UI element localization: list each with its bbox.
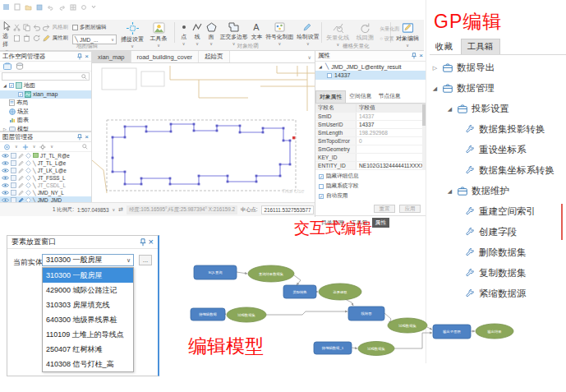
expanded-arrow-icon[interactable]: ◢ [446, 106, 453, 113]
new-doc-icon[interactable] [14, 3, 21, 11]
tool-item-重建空间索引[interactable]: 重建空间索引 [426, 201, 566, 222]
expanded-arrow-icon[interactable]: ◢ [446, 188, 453, 195]
attribute-row-SmID[interactable]: SmID14337 [315, 113, 426, 121]
map-canvas[interactable]: Trial Use [92, 63, 315, 202]
model-node-线转面[interactable]: 线转面 [348, 307, 384, 321]
search-icon[interactable] [82, 144, 88, 150]
workspace-tree-item-场景[interactable]: 场景 [0, 108, 91, 117]
attr-brush-label[interactable]: 属性刷 [53, 35, 69, 42]
entity-option[interactable]: 110109 土堆上的导线点 [43, 327, 133, 342]
field-value[interactable]: 14337 [357, 121, 426, 128]
field-value[interactable] [357, 154, 426, 161]
visibility-filter-icon[interactable] [3, 144, 11, 150]
window-grid-icon[interactable] [70, 4, 76, 11]
model-node-过程数据集[interactable]: 过程数据集 [358, 342, 394, 356]
redo-icon[interactable] [43, 24, 50, 31]
attribute-row-SmTopoError[interactable]: SmTopoError0 [315, 137, 426, 145]
option-隐藏详细信息[interactable]: ✓隐藏详细信息 [319, 173, 422, 180]
tool-item-数据集投影转换[interactable]: 数据集投影转换 [426, 119, 566, 140]
checkbox-icon[interactable]: ✓ [18, 92, 23, 97]
model-node-输出子图层[interactable]: 输出子图层 [433, 325, 471, 339]
scale-value[interactable]: 1:507.049853 [77, 207, 109, 213]
model-node-查询结果数据集[interactable]: 查询结果数据集 [248, 265, 294, 282]
tab-overflow-icon[interactable]: ∨ [308, 54, 315, 60]
layer-settings-icon[interactable] [39, 144, 46, 150]
应用-button[interactable]: 应用 [399, 205, 421, 213]
redo-icon[interactable] [58, 4, 66, 11]
dropdown-icon[interactable] [91, 5, 96, 9]
copy-icon[interactable] [23, 24, 30, 31]
model-node-待编辑数据[interactable]: 待编辑数据 [191, 308, 225, 321]
entity-option[interactable]: 410308 信号灯柱_高 [43, 357, 133, 371]
attribute-row-ENTITY_ID[interactable]: ENTITY_IDNE102G1324444411XXXXXXXX [315, 162, 426, 170]
tab-toolbox[interactable]: 工具箱 [461, 39, 500, 54]
toolbox-node-投影设置[interactable]: ◢投影设置 [426, 99, 566, 119]
model-node-输出结果[interactable]: 输出结果 [476, 324, 513, 339]
swap-coords-icon[interactable]: ⇄ [118, 206, 123, 213]
attribute-row-SmGeometry[interactable]: SmGeometry [315, 145, 426, 154]
workspace-tree-item-xian_map[interactable]: ✓xian_map [0, 90, 91, 99]
model-node-SQL查询[interactable]: SQL查询 [194, 265, 237, 279]
entity-option[interactable]: 250407 红树林滩 [43, 342, 133, 357]
attribute-row-SmUserID[interactable]: SmUserID14337 [315, 121, 426, 129]
map-tab-起始页[interactable]: 起始页 [199, 51, 230, 62]
toolbox-node-数据管理[interactable]: ◢数据管理 [426, 78, 566, 99]
toolbox-node-数据导出[interactable]: ▷数据导出 [426, 58, 566, 78]
workspace-search-input[interactable] [2, 72, 90, 81]
checkbox-icon[interactable] [327, 73, 332, 78]
model-node-过程数据集[interactable]: 过程数据集 [227, 307, 266, 322]
object-edit-button[interactable]: 对象编辑 ∨ [396, 22, 419, 48]
attribute-row-KEY_ID[interactable]: KEY_ID [315, 154, 426, 162]
add-layer-icon[interactable] [22, 144, 29, 150]
pin-icon[interactable] [77, 53, 82, 60]
properties-tab-空间信息[interactable]: 空间信息 [346, 90, 375, 103]
tool-item-数据集坐标系转换[interactable]: 数据集坐标系转换 [426, 160, 566, 181]
entity-option[interactable]: 640300 地级界线界桩 [43, 312, 133, 327]
properties-tab-节点信息[interactable]: 节点信息 [375, 90, 403, 103]
center-x-input[interactable]: 216111.5327553577 [261, 205, 315, 214]
attribute-row-SmLength[interactable]: SmLength198.292968 [315, 129, 426, 137]
expanded-arrow-icon[interactable]: ◢ [431, 85, 439, 92]
properties-selected-feature[interactable]: 14337 [315, 71, 426, 80]
cut-icon[interactable] [13, 24, 21, 31]
tab-favorites[interactable]: 收藏 [430, 39, 458, 54]
close-icon[interactable]: × [85, 53, 89, 60]
more-button[interactable]: ... [139, 255, 152, 265]
undo-icon[interactable] [33, 24, 40, 31]
map-tab-xian_map[interactable]: xian_map [92, 51, 131, 62]
open-folder-icon[interactable] [25, 4, 32, 11]
collapsed-arrow-icon[interactable]: ▷ [431, 65, 439, 71]
refresh-icon[interactable] [33, 35, 40, 42]
toolbox-node-数据维护[interactable]: ◢数据维护 [426, 181, 566, 201]
layer-row-JMD_NY_L[interactable]: ╲JMD_NY_L [0, 189, 91, 196]
pin-icon[interactable] [77, 134, 82, 141]
workspace-tree-item-布局[interactable]: 布局 [0, 99, 91, 108]
multi-layer-edit-checkbox[interactable]: 多图层编辑 [72, 24, 117, 31]
model-node-待编辑数据_1[interactable]: 待编辑数据_1 [314, 342, 352, 354]
pin-icon[interactable] [412, 53, 416, 59]
undo-icon[interactable] [47, 4, 54, 11]
style-brush-label[interactable]: 风格刷 [53, 24, 69, 31]
model-node-过程数据集[interactable]: 过程数据集 [388, 318, 427, 333]
workspace-icon[interactable] [3, 62, 12, 70]
save-icon[interactable] [36, 4, 43, 11]
workspace-tree-item-图表[interactable]: 图表 [0, 116, 91, 125]
model-node-类型转换[interactable]: 类型转换 [283, 285, 316, 298]
delete-icon[interactable] [23, 35, 30, 42]
layer-row-JT_CSDL_L[interactable]: ╲JT_CSDL_L [0, 182, 91, 189]
settings-icon[interactable] [81, 4, 87, 11]
entity-combobox[interactable]: 310300 一般房屋 ∨ [42, 254, 134, 266]
layer-row-JT_FSSS_L[interactable]: ╲JT_FSSS_L [0, 174, 91, 182]
tool-item-重设坐标系[interactable]: 重设坐标系 [426, 140, 566, 160]
tool-item-创建字段[interactable]: 创建字段 [426, 222, 566, 242]
model-node-边界提取[interactable]: 边界提取 [319, 284, 361, 300]
paste-icon[interactable] [13, 35, 21, 42]
option-隐藏系统字段[interactable]: 隐藏系统字段 [319, 182, 422, 190]
dock-tab-属性[interactable]: 属性 [372, 218, 390, 228]
close-icon[interactable]: × [149, 238, 154, 247]
datasource-icon[interactable] [16, 62, 24, 70]
properties-tab-对象属性[interactable]: 对象属性 [315, 90, 346, 103]
map-tab-road_building_cover[interactable]: road_building_cover [131, 51, 200, 62]
entity-option[interactable]: 310300 一般房屋 [43, 268, 133, 283]
layer-row-JT_LK_L@e[interactable]: ╲JT_LK_L@e [0, 167, 91, 174]
